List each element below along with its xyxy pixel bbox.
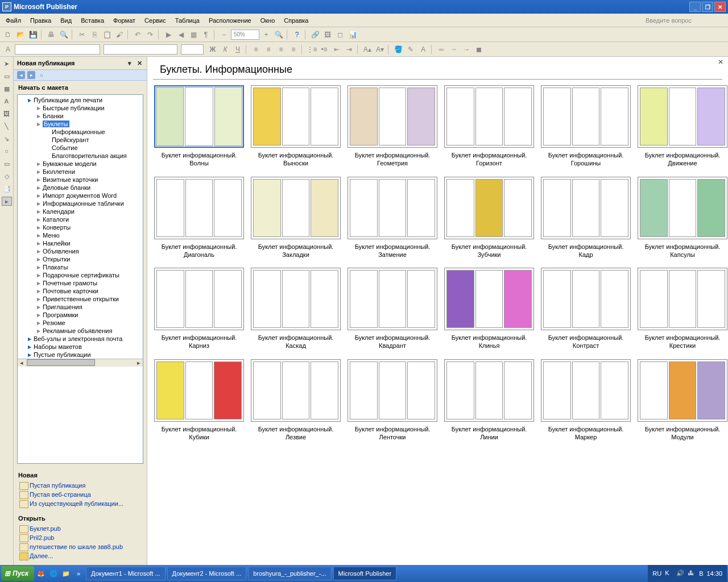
tree-item[interactable]: ▶Почтовые карточки	[18, 287, 143, 295]
nav-back-icon[interactable]: ◂	[17, 71, 25, 79]
tree-item[interactable]: ▶Пустые публикации	[18, 351, 143, 359]
font-color-icon[interactable]: A	[417, 44, 429, 55]
ql-desktop-icon[interactable]: »	[73, 567, 84, 580]
tree-item[interactable]: ▶Приглашения	[18, 303, 143, 311]
ql-explorer-icon[interactable]: 📁	[60, 567, 72, 580]
shapes-tool-icon[interactable]: ◇	[2, 172, 11, 181]
shadow-icon[interactable]: ◼	[473, 44, 485, 55]
style-icon[interactable]: A	[2, 44, 14, 55]
align-left-icon[interactable]: ≡	[250, 44, 262, 55]
picture-icon[interactable]: 🖼	[322, 29, 333, 40]
link-recent-3[interactable]: путешествие по шкале звв8.pub	[18, 542, 142, 551]
menu-insert[interactable]: Вставка	[77, 16, 107, 25]
tree-item[interactable]: ▶Публикации для печати	[18, 96, 143, 104]
tree-item[interactable]: Прейскурант	[18, 136, 143, 144]
format-painter-icon[interactable]: 🖌	[114, 29, 125, 40]
copy-icon[interactable]: ⎘	[89, 29, 100, 40]
paste-icon[interactable]: 📋	[101, 29, 113, 40]
rect-tool-icon[interactable]: ▭	[2, 159, 11, 168]
tree-item[interactable]: ▶Меню	[18, 231, 143, 239]
tree-item[interactable]: ▶Импорт документов Word	[18, 192, 143, 199]
taskbar-item-4[interactable]: Microsoft Publisher	[333, 567, 397, 580]
gallery-item[interactable]: Буклет информационный. Клинья	[444, 268, 534, 350]
print-icon[interactable]: 🖶	[46, 29, 57, 40]
save-icon[interactable]: 💾	[27, 29, 39, 40]
link-blank-pub[interactable]: Пустая публикация	[18, 481, 142, 490]
pointer-tool-icon[interactable]: ➤	[2, 59, 11, 68]
menu-file[interactable]: Файл	[2, 16, 24, 25]
wordart-tool-icon[interactable]: A	[2, 97, 11, 106]
gallery-grid[interactable]: Буклет информационный. ВолныБуклет инфор…	[147, 85, 728, 565]
font-combo[interactable]	[104, 44, 177, 55]
gallery-item[interactable]: Буклет информационный. Карниз	[154, 268, 244, 350]
gallery-item[interactable]: Буклет информационный. Кадр	[541, 177, 631, 259]
ql-firefox-icon[interactable]: 🦊	[35, 567, 47, 580]
cut-icon[interactable]: ✂	[76, 29, 88, 40]
arrow-style-icon[interactable]: →	[461, 44, 472, 55]
link-blank-web[interactable]: Пустая веб-страница	[18, 490, 142, 499]
menu-tools[interactable]: Сервис	[141, 16, 169, 25]
zoom-out-icon[interactable]: −	[218, 29, 230, 40]
menu-edit[interactable]: Правка	[27, 16, 55, 25]
increase-indent-icon[interactable]: ⇥	[344, 44, 355, 55]
columns-icon[interactable]: ▦	[188, 29, 199, 40]
tree-item[interactable]: ▶Деловые бланки	[18, 184, 143, 192]
tree-item[interactable]: ▶Наклейки	[18, 239, 143, 247]
bookmark-tool-icon[interactable]: 📑	[2, 184, 11, 193]
chart-icon[interactable]: 📊	[347, 29, 358, 40]
tree-item[interactable]: ▶Почетные грамоты	[18, 279, 143, 287]
italic-icon[interactable]: К	[220, 44, 231, 55]
open-icon[interactable]: 📂	[15, 29, 26, 40]
system-tray[interactable]: RU K 🔊 🖧 В 14:30	[648, 565, 727, 582]
help-icon[interactable]: ?	[291, 29, 303, 40]
arrow-tool-icon[interactable]: ↘	[2, 134, 11, 143]
gallery-item[interactable]: Буклет информационный. Горошины	[541, 85, 631, 168]
menu-table[interactable]: Таблица	[172, 16, 203, 25]
gallery-item[interactable]: Буклет информационный. Закладки	[251, 177, 341, 259]
gallery-item[interactable]: Буклет информационный. Горизонт	[444, 85, 534, 168]
preview-icon[interactable]: 🔍	[58, 29, 69, 40]
table-tool-icon[interactable]: ▦	[2, 84, 11, 93]
template-tree[interactable]: ▶Публикации для печати▶Быстрые публикаци…	[17, 94, 143, 464]
gallery-item[interactable]: Буклет информационный. Затмение	[348, 177, 437, 259]
tree-item[interactable]: ▶Бланки	[18, 112, 143, 120]
tree-item[interactable]: ▶Наборы макетов	[18, 343, 143, 351]
special-icon[interactable]: ¶	[200, 29, 212, 40]
underline-icon[interactable]: Ч	[232, 44, 243, 55]
zoom-fit-icon[interactable]: 🔍	[273, 29, 284, 40]
gallery-item[interactable]: Буклет информационный. Диагональ	[154, 177, 244, 259]
tree-item[interactable]: ▶Визитные карточки	[18, 176, 143, 184]
fill-color-icon[interactable]: 🪣	[392, 44, 404, 55]
tray-net-icon[interactable]: 🖧	[688, 569, 696, 577]
design-gallery-icon[interactable]: ▸	[2, 197, 12, 206]
size-combo[interactable]	[181, 44, 204, 55]
bold-icon[interactable]: Ж	[207, 44, 218, 55]
menu-help[interactable]: Справка	[280, 16, 312, 25]
taskbar-item-2[interactable]: Документ2 - Microsoft ...	[167, 567, 247, 580]
gallery-item[interactable]: Буклет информационный. Контраст	[541, 268, 631, 350]
tree-item[interactable]: ▶Бумажные модели	[18, 160, 143, 168]
tree-item[interactable]: ▶Быстрые публикации	[18, 104, 143, 112]
gallery-item[interactable]: Буклет информационный. Модули	[638, 359, 727, 442]
menu-view[interactable]: Вид	[57, 16, 75, 25]
maximize-button[interactable]: ❐	[702, 2, 713, 12]
task-pane-close-icon[interactable]: ✕	[136, 60, 143, 67]
shrink-font-icon[interactable]: A▾	[374, 44, 386, 55]
nav-home-icon[interactable]: ⌂	[38, 71, 46, 79]
minimize-button[interactable]: _	[689, 2, 701, 12]
numbering-icon[interactable]: ⋮≡	[306, 44, 317, 55]
taskbar-item-3[interactable]: broshyura_-_publisher_-...	[248, 567, 331, 580]
gallery-item[interactable]: Буклет информационный. Волны	[154, 85, 244, 168]
tree-item[interactable]: ▶Приветственные открытки	[18, 295, 143, 303]
zoom-combo[interactable]: 50%	[231, 30, 259, 40]
menu-window[interactable]: Окно	[257, 16, 279, 25]
gallery-item[interactable]: Буклет информационный. Квадрант	[348, 268, 437, 350]
tree-item[interactable]: ▶Программки	[18, 311, 143, 319]
picture-tool-icon[interactable]: 🖼	[2, 109, 11, 118]
link-more[interactable]: Далее...	[18, 551, 142, 560]
grow-font-icon[interactable]: A▴	[362, 44, 373, 55]
gallery-close-icon[interactable]: ✕	[718, 58, 726, 66]
align-right-icon[interactable]: ≡	[275, 44, 287, 55]
gallery-item[interactable]: Буклет информационный. Лезвие	[251, 359, 341, 442]
tray-lang[interactable]: RU	[652, 570, 661, 577]
